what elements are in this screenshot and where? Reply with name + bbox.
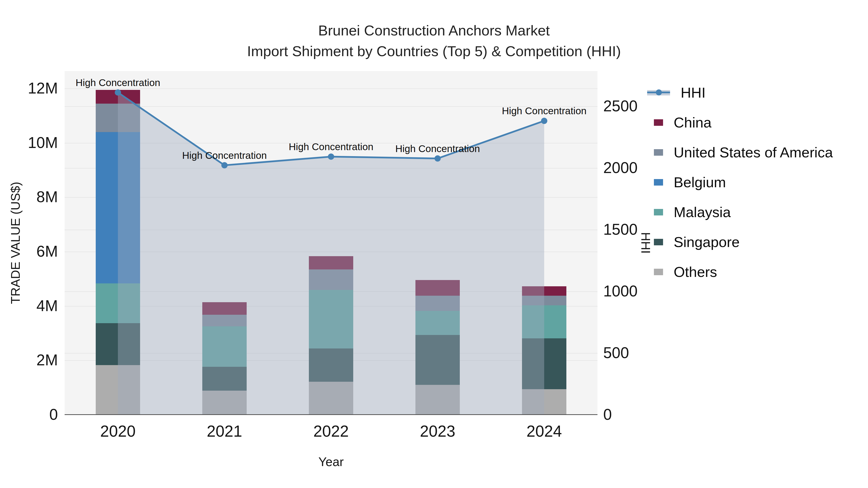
bar-segment-malaysia-2021[interactable]: [202, 326, 247, 367]
gridline-right-2000: [65, 168, 597, 168]
bar-segment-united-states-of-america-2020[interactable]: [96, 104, 140, 132]
bar-segment-malaysia-2023[interactable]: [415, 311, 460, 335]
bar-segment-china-2023[interactable]: [415, 280, 460, 295]
legend-label: Others: [674, 264, 717, 280]
chart-title: Brunei Construction Anchors Market: [0, 22, 868, 39]
legend-item-malaysia[interactable]: Malaysia: [654, 197, 731, 227]
legend-item-belgium[interactable]: Belgium: [654, 167, 726, 197]
gridline-left-8M: [65, 197, 597, 198]
legend-color-swatch-icon: [654, 149, 663, 156]
x-tick-2022: 2022: [313, 422, 349, 440]
figure: Brunei Construction Anchors Market Impor…: [0, 0, 868, 488]
legend-item-china[interactable]: China: [654, 107, 712, 137]
bar-segment-belgium-2020[interactable]: [96, 132, 140, 283]
hhi-line-swatch-icon: [647, 89, 670, 96]
hhi-point-2023[interactable]: [434, 156, 441, 162]
gridline-left-12M: [65, 89, 597, 89]
bar-segment-singapore-2020[interactable]: [96, 323, 140, 365]
y-left-tick-8M: 8M: [0, 188, 58, 206]
x-tick-2024: 2024: [527, 422, 562, 440]
hhi-line[interactable]: [118, 93, 544, 165]
gridline-left-6M: [65, 252, 597, 252]
legend-label: Singapore: [674, 234, 740, 250]
y-left-tick-10M: 10M: [0, 134, 58, 152]
x-axis-title: Year: [318, 455, 344, 469]
hhi-point-2024[interactable]: [541, 118, 547, 124]
legend-color-swatch-icon: [654, 239, 663, 245]
bar-segment-others-2023[interactable]: [415, 385, 460, 415]
legend-label: China: [674, 114, 712, 131]
bar-segment-singapore-2021[interactable]: [202, 367, 247, 390]
annotation-high-concentration-2024: High Concentration: [502, 105, 587, 117]
hhi-point-2022[interactable]: [328, 154, 334, 160]
legend-color-swatch-icon: [654, 179, 663, 186]
x-tick-2020: 2020: [100, 422, 136, 440]
legend-item-singapore[interactable]: Singapore: [654, 227, 740, 257]
bar-segment-others-2022[interactable]: [309, 382, 353, 415]
legend-label: Malaysia: [674, 204, 731, 221]
legend-item-united-states-of-america[interactable]: United States of America: [654, 137, 833, 167]
bar-segment-united-states-of-america-2023[interactable]: [415, 296, 460, 311]
legend-color-swatch-icon: [654, 269, 663, 275]
legend-color-swatch-icon: [654, 209, 663, 216]
y-right-tick-500: 500: [603, 344, 676, 362]
x-tick-2023: 2023: [420, 422, 456, 440]
annotation-high-concentration-2022: High Concentration: [289, 141, 373, 153]
bar-segment-singapore-2024[interactable]: [522, 338, 566, 389]
legend-label: Belgium: [674, 174, 726, 191]
hhi-point-2021[interactable]: [221, 162, 227, 168]
y-left-tick-4M: 4M: [0, 297, 58, 315]
bar-segment-china-2020[interactable]: [96, 90, 140, 104]
legend-color-swatch-icon: [654, 119, 663, 126]
bar-segment-china-2024[interactable]: [522, 286, 566, 295]
bar-segment-united-states-of-america-2021[interactable]: [202, 315, 247, 327]
hhi-marker-swatch: [656, 89, 662, 95]
legend-label: HHI: [681, 84, 706, 101]
bar-segment-singapore-2023[interactable]: [415, 335, 460, 385]
bar-segment-malaysia-2020[interactable]: [96, 283, 140, 323]
bar-segment-others-2020[interactable]: [96, 365, 140, 415]
bar-segment-others-2024[interactable]: [522, 389, 566, 415]
annotation-high-concentration-2023: High Concentration: [396, 143, 480, 155]
annotation-high-concentration-2021: High Concentration: [182, 150, 267, 161]
bar-segment-malaysia-2022[interactable]: [309, 290, 353, 349]
x-axis-line: [65, 414, 597, 415]
bar-segment-china-2022[interactable]: [309, 256, 353, 269]
y-left-tick-0: 0: [0, 405, 58, 423]
y-left-tick-2M: 2M: [0, 351, 58, 369]
bar-segment-united-states-of-america-2024[interactable]: [522, 296, 566, 305]
y-left-tick-6M: 6M: [0, 242, 58, 260]
bar-segment-others-2021[interactable]: [202, 391, 247, 415]
legend-item-others[interactable]: Others: [654, 257, 717, 287]
legend-item-hhi[interactable]: HHI: [654, 77, 706, 107]
x-tick-2021: 2021: [207, 422, 242, 440]
plot-area: High ConcentrationHigh ConcentrationHigh…: [65, 71, 597, 415]
bar-segment-china-2021[interactable]: [202, 302, 247, 315]
legend-label: United States of America: [674, 144, 833, 161]
bar-segment-malaysia-2024[interactable]: [522, 305, 566, 338]
bar-segment-united-states-of-america-2022[interactable]: [309, 269, 353, 290]
y-right-tick-0: 0: [603, 405, 676, 423]
y-left-tick-12M: 12M: [0, 79, 58, 97]
chart-subtitle: Import Shipment by Countries (Top 5) & C…: [0, 43, 868, 60]
annotation-high-concentration-2020: High Concentration: [76, 77, 160, 89]
gridline-right-1500: [65, 230, 597, 230]
bar-segment-singapore-2022[interactable]: [309, 349, 353, 382]
